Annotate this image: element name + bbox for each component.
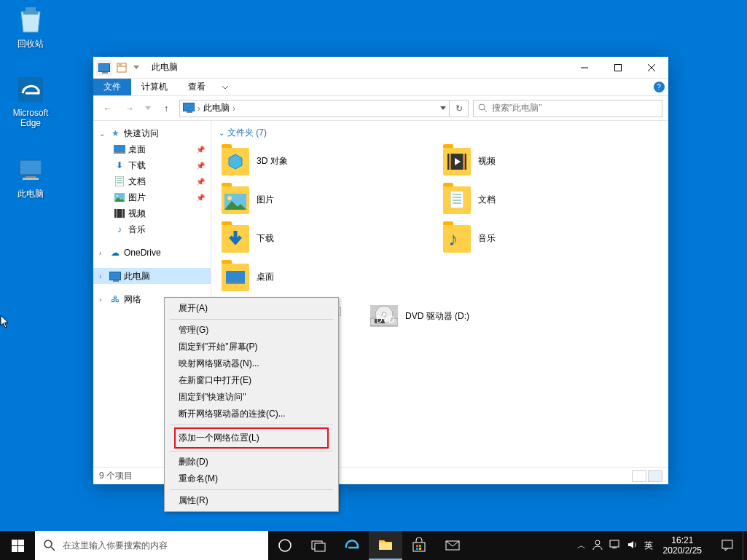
search-placeholder: 搜索"此电脑" (492, 102, 542, 114)
folder-pictures[interactable]: 图片 (219, 182, 440, 218)
qat-properties-icon[interactable] (114, 60, 130, 76)
breadcrumb[interactable]: 此电脑 (203, 102, 230, 114)
close-button[interactable] (635, 57, 668, 79)
help-button[interactable]: ? (649, 79, 668, 95)
tray-volume-icon[interactable] (627, 539, 638, 553)
nav-music[interactable]: ♪音乐 (93, 221, 211, 237)
svg-rect-9 (615, 64, 622, 71)
folder-downloads[interactable]: 下载 (219, 221, 440, 256)
action-center-button[interactable] (712, 531, 743, 560)
folder-icon: ♪ (443, 225, 471, 253)
taskbar-search-input[interactable]: 在这里输入你要搜索的内容 (35, 531, 268, 560)
cortana-button[interactable] (268, 531, 302, 560)
tab-file[interactable]: 文件 (93, 79, 131, 95)
clock-date: 2020/2/25 (663, 545, 702, 556)
nav-desktop[interactable]: 桌面📌 (93, 141, 211, 157)
nav-up-button[interactable]: ↑ (157, 100, 175, 117)
desktop-icon-recycle-bin[interactable]: 回收站 (3, 4, 58, 50)
tab-view[interactable]: 查看 (178, 79, 216, 95)
desktop-icon-label: Microsoft Edge (3, 108, 58, 128)
desktop-icon-this-pc[interactable]: 此电脑 (3, 154, 58, 200)
desktop-icon-edge[interactable]: Microsoft Edge (3, 74, 58, 128)
nav-documents[interactable]: 文档📌 (93, 173, 211, 189)
desktop-icon-label: 回收站 (3, 38, 58, 50)
edge-button[interactable] (335, 531, 369, 560)
nav-this-pc[interactable]: ›此电脑 (93, 268, 211, 284)
ctx-map-drive[interactable]: 映射网络驱动器(N)... (167, 355, 336, 372)
tab-computer[interactable]: 计算机 (131, 79, 178, 95)
ctx-highlight-box: 添加一个网络位置(L) (174, 427, 329, 449)
store-button[interactable] (402, 531, 436, 560)
nav-onedrive[interactable]: ›☁OneDrive (93, 245, 211, 261)
folder-3d-objects[interactable]: 3D 对象 (219, 143, 440, 179)
folder-icon (443, 186, 471, 214)
folder-icon (222, 186, 249, 214)
context-menu: 展开(A) 管理(G) 固定到"开始"屏幕(P) 映射网络驱动器(N)... 在… (164, 297, 339, 512)
ctx-expand[interactable]: 展开(A) (167, 300, 336, 317)
view-large-icons-button[interactable] (648, 470, 662, 482)
nav-quick-access[interactable]: ⌄★快速访问 (93, 125, 211, 141)
svg-point-51 (279, 540, 291, 551)
svg-rect-63 (612, 548, 617, 548)
ctx-manage[interactable]: 管理(G) (167, 322, 336, 339)
start-button[interactable] (0, 531, 35, 560)
group-header-folders[interactable]: ⌄文件夹 (7) (219, 127, 661, 139)
drive-dvd[interactable]: DVD DVD 驱动器 (D:) (370, 305, 469, 327)
maximize-button[interactable] (601, 57, 635, 79)
ribbon-expand-icon[interactable] (216, 79, 235, 95)
address-bar[interactable]: › 此电脑 › (179, 100, 450, 117)
folder-icon (222, 225, 249, 253)
nav-recent-dropdown[interactable] (143, 100, 153, 117)
qat-this-pc-icon[interactable] (96, 60, 112, 76)
tray-network-icon[interactable] (609, 539, 621, 553)
nav-videos[interactable]: 视频 (93, 205, 211, 221)
refresh-button[interactable]: ↻ (450, 100, 469, 117)
ctx-properties[interactable]: 属性(R) (167, 492, 336, 509)
folder-desktop[interactable]: 桌面 (219, 259, 440, 295)
minimize-button[interactable] (568, 57, 601, 79)
svg-rect-0 (26, 7, 36, 12)
svg-rect-2 (20, 160, 42, 175)
folder-icon (443, 148, 471, 176)
svg-line-50 (51, 547, 55, 551)
task-view-button[interactable] (302, 531, 335, 560)
tray-overflow-icon[interactable]: ︿ (577, 540, 586, 552)
ctx-rename[interactable]: 重命名(M) (167, 470, 336, 487)
svg-rect-30 (450, 191, 464, 208)
svg-rect-64 (722, 540, 732, 548)
quick-access-toolbar (93, 60, 141, 76)
svg-rect-23 (116, 209, 117, 218)
nav-back-button[interactable]: ← (99, 100, 117, 117)
folder-music[interactable]: ♪音乐 (440, 221, 662, 256)
ctx-add-network-location[interactable]: 添加一个网络位置(L) (176, 430, 327, 446)
download-icon: ⬇ (114, 159, 125, 171)
nav-pictures[interactable]: 图片📌 (93, 189, 211, 205)
folder-videos[interactable]: 视频 (440, 143, 662, 179)
svg-rect-7 (119, 64, 122, 66)
desktop-icon-label: 此电脑 (3, 188, 58, 200)
desktop-icon (114, 143, 125, 155)
svg-rect-48 (18, 546, 24, 552)
ctx-delete[interactable]: 删除(D) (167, 454, 336, 470)
tray-people-icon[interactable] (592, 539, 603, 553)
mail-button[interactable] (436, 531, 469, 560)
search-input[interactable]: 搜索"此电脑" (473, 100, 662, 117)
ctx-open-new[interactable]: 在新窗口中打开(E) (167, 372, 336, 389)
tray-ime-indicator[interactable]: 英 (644, 540, 653, 552)
nav-downloads[interactable]: ⬇下载📌 (93, 157, 211, 173)
ctx-disconnect[interactable]: 断开网络驱动器的连接(C)... (167, 406, 336, 422)
view-details-button[interactable] (632, 470, 646, 482)
ctx-pin-quick[interactable]: 固定到"快速访问" (167, 389, 336, 406)
svg-rect-4 (23, 178, 39, 180)
file-explorer-button[interactable] (369, 531, 402, 560)
show-desktop-button[interactable] (743, 531, 747, 560)
this-pc-icon (15, 154, 46, 185)
qat-dropdown-icon[interactable] (131, 60, 141, 76)
ctx-pin-start[interactable]: 固定到"开始"屏幕(P) (167, 339, 336, 355)
folder-documents[interactable]: 文档 (440, 182, 662, 218)
nav-forward-button: → (121, 100, 138, 117)
address-bar-row: ← → ↑ › 此电脑 › ↻ 搜索"此电脑" (93, 96, 668, 121)
tray-clock[interactable]: 16:21 2020/2/25 (659, 535, 706, 556)
svg-rect-35 (226, 271, 245, 283)
pin-icon: 📌 (196, 146, 205, 154)
